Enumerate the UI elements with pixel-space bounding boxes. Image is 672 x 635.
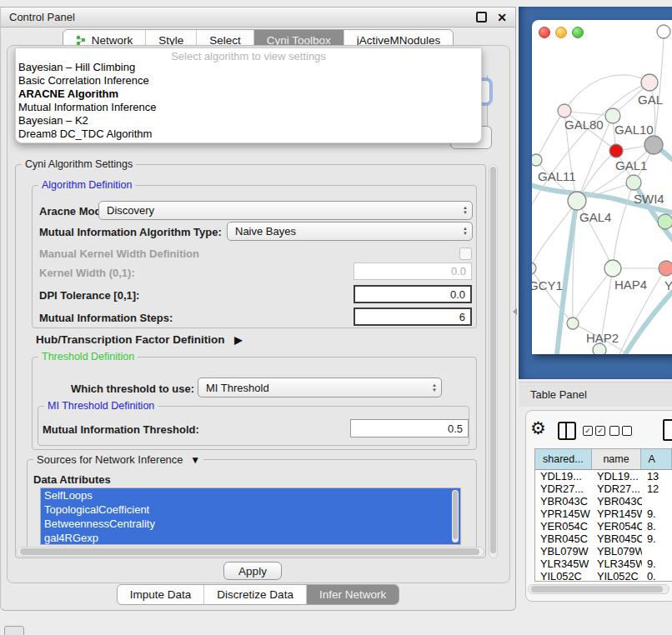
node-gal10[interactable] [605, 108, 620, 123]
tab-infer-network[interactable]: Infer Network [307, 585, 399, 604]
node-label: GCY1 [532, 278, 563, 292]
node-label: Y [664, 278, 672, 292]
settings-horizontal-thumb[interactable] [20, 548, 479, 555]
dropdown-item[interactable]: Mutual Information Inference [18, 101, 156, 114]
table-row[interactable]: YBL079W YBL079W [535, 545, 672, 558]
which-threshold-select[interactable]: MI Threshold ▲ ▼ [198, 378, 442, 398]
mi-threshold-field[interactable]: 0.5 [350, 419, 469, 438]
node-red[interactable] [609, 144, 623, 158]
node-gray[interactable] [644, 136, 663, 154]
close-icon[interactable]: ✕ [497, 12, 507, 23]
apply-button[interactable]: Apply [223, 562, 282, 580]
checked-columns-icon[interactable]: ✓ ✓ [583, 426, 605, 436]
dropdown-item[interactable]: Bayesian – Hill Climbing [18, 61, 135, 74]
cell-value: 0. [642, 570, 672, 582]
stepper-icon: ▲ ▼ [459, 227, 472, 236]
cell-name: YBL079W [592, 545, 642, 558]
settings-horizontal-scrollbar[interactable] [17, 547, 484, 557]
list-item[interactable]: BetweennessCentrality [41, 517, 460, 531]
cell-name: YPR145W [592, 508, 642, 520]
node-gcy1[interactable] [532, 262, 536, 274]
node-gal1[interactable] [626, 175, 641, 190]
table-row[interactable]: YER054C YER054C 8. [535, 520, 672, 532]
table-row[interactable]: YLR345W YLR345W 9. [535, 558, 672, 570]
table-panel-title: Table Panel [530, 388, 587, 401]
triangle-down-icon[interactable]: ▼ [190, 454, 200, 466]
node-pink-gal[interactable] [641, 74, 658, 91]
table-row[interactable]: YIL052C YIL052C 0. [535, 570, 672, 582]
network-canvas[interactable]: GAL GAL80 GAL10 GAL11 GAL1 SWI4 GAL4 GCY… [532, 20, 672, 354]
node-label: GAL1 [615, 158, 647, 172]
mi-type-select[interactable]: Naive Bayes ▲ ▼ [227, 222, 473, 241]
document-icon[interactable] [663, 419, 672, 441]
table-row[interactable]: YDL19... YDL19... 13 [535, 470, 672, 482]
list-scrollbar-thumb[interactable] [453, 491, 458, 539]
checkbox-unchecked-icon [609, 426, 619, 436]
column-header-shared-name[interactable]: shared... [535, 449, 592, 469]
node-table: shared... name A YDL19... YDL19... 13 YD… [534, 448, 672, 582]
cell-shared-name: YIL052C [535, 570, 592, 582]
manual-kernel-checkbox[interactable] [459, 248, 472, 260]
panel-splitter-handle[interactable] [513, 308, 517, 315]
control-panel-titlebar[interactable]: Control Panel ✕ [1, 8, 515, 28]
cell-shared-name: YPR145W [535, 508, 592, 520]
node-gal11[interactable] [532, 154, 542, 166]
node-salmon[interactable] [659, 261, 672, 276]
stepper-icon: ▲ ▼ [428, 383, 441, 392]
stepper-down-icon: ▼ [432, 388, 437, 392]
dpi-tolerance-field[interactable]: 0.0 [354, 285, 472, 303]
float-window-icon[interactable] [476, 12, 487, 22]
node-hap2[interactable] [567, 318, 579, 329]
column-header-name[interactable]: name [592, 449, 642, 469]
list-item[interactable]: TopologicalCoefficient [41, 502, 460, 517]
unchecked-columns-icon[interactable] [609, 426, 632, 436]
dropdown-item[interactable]: Bayesian – K2 [18, 114, 88, 128]
table-horizontal-thumb[interactable] [531, 586, 663, 592]
kernel-width-field[interactable]: 0.0 [354, 262, 472, 280]
checkbox-unchecked-icon [622, 426, 632, 436]
settings-vertical-thumb[interactable] [490, 167, 496, 553]
hub-definition-toggle[interactable]: Hub/Transcription Factor Definition ▶ [36, 333, 243, 346]
mi-type-value: Naive Bayes [228, 225, 459, 238]
list-item[interactable]: gal4RGexp [41, 531, 460, 545]
node-gal80[interactable] [558, 104, 571, 118]
dropdown-item-selected[interactable]: ARACNE Algorithm [18, 88, 118, 101]
node-label: GAL80 [564, 118, 604, 132]
node-label: HAP4 [614, 278, 647, 292]
table-row[interactable]: YDR27... YDR27... 12 [535, 482, 672, 495]
list-item[interactable]: SelfLoops [41, 488, 460, 502]
node-label: GAL11 [538, 169, 576, 183]
cell-name: YDR27... [592, 482, 642, 495]
split-columns-icon[interactable] [558, 422, 576, 440]
aracne-mode-select[interactable]: Discovery ▲ ▼ [98, 201, 473, 220]
mi-steps-field[interactable]: 6 [354, 308, 472, 326]
triangle-right-icon[interactable]: ▶ [234, 334, 242, 346]
list-scrollbar[interactable] [452, 490, 459, 542]
cell-name: YDL19... [592, 470, 642, 482]
cell-shared-name: YBR045C [535, 532, 592, 545]
node-hap4[interactable] [604, 260, 621, 277]
tab-impute-data[interactable]: Impute Data [118, 585, 205, 604]
dpi-tolerance-label: DPI Tolerance [0,1]: [39, 289, 139, 302]
node-partial-right[interactable] [658, 214, 672, 229]
table-row[interactable]: YBR043C YBR043C [535, 495, 672, 508]
cell-name: YER054C [592, 520, 642, 532]
dropdown-item[interactable]: Basic Correlation Inference [18, 74, 149, 88]
table-row[interactable]: YPR145W YPR145W 9. [535, 508, 672, 520]
table-horizontal-scrollbar[interactable] [528, 584, 669, 594]
collapsed-panel-button[interactable] [4, 626, 24, 635]
gear-icon[interactable]: ⚙ [530, 419, 546, 437]
node-partial-top[interactable] [657, 25, 670, 38]
column-header-partial[interactable]: A [641, 449, 672, 469]
settings-vertical-scrollbar[interactable] [489, 164, 498, 558]
dropdown-item[interactable]: Dream8 DC_TDC Algorithm [18, 128, 152, 141]
cell-shared-name: YBR043C [535, 495, 592, 508]
mi-type-label: Mutual Information Algorithm Type: [39, 226, 222, 238]
cell-name: YIL052C [592, 570, 642, 582]
tab-discretize-data[interactable]: Discretize Data [204, 585, 307, 604]
sources-group-title[interactable]: Sources for Network Inference ▼ [33, 453, 203, 466]
table-row[interactable]: YBR045C YBR045C 9. [535, 532, 672, 545]
threshold-definition-title: Threshold Definition [38, 351, 138, 362]
screen: Control Panel ✕ Network Style [0, 0, 672, 635]
node-gal4[interactable] [568, 192, 586, 210]
